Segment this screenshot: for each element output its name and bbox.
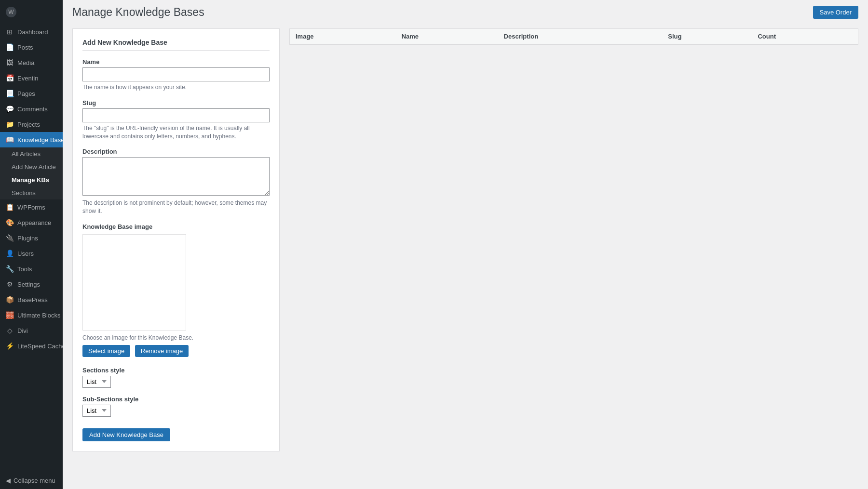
sidebar-item-label: Pages <box>17 90 35 97</box>
col-count: Count <box>752 29 858 44</box>
settings-icon: ⚙ <box>6 280 14 288</box>
sidebar-item-label: Projects <box>17 121 40 128</box>
sidebar-item-wpforms[interactable]: 📋 WPForms <box>0 199 63 215</box>
main-area: Manage Knowledge Bases Save Order Add Ne… <box>63 0 868 489</box>
comments-icon: 💬 <box>6 105 14 113</box>
litespeed-icon: ⚡ <box>6 342 14 350</box>
sidebar-item-ultimate-blocks[interactable]: 🧱 Ultimate Blocks <box>0 307 63 323</box>
sidebar-item-label: Appearance <box>17 219 51 226</box>
add-new-kb-button[interactable]: Add New Knowledge Base <box>82 428 170 441</box>
image-section: Knowledge Base image Choose an image for… <box>82 223 270 357</box>
sidebar-item-label: Divi <box>17 327 28 334</box>
sidebar-item-settings[interactable]: ⚙ Settings <box>0 277 63 292</box>
sections-style-select[interactable]: List <box>82 376 111 388</box>
dashboard-icon: ⊞ <box>6 28 14 36</box>
sidebar-item-label: Ultimate Blocks <box>17 312 61 319</box>
table-header-row: Image Name Description Slug Count <box>290 29 858 44</box>
name-input[interactable] <box>82 67 270 81</box>
collapse-menu[interactable]: ◀ Collapse menu <box>0 472 63 489</box>
sidebar-item-eventin[interactable]: 📅 Eventin <box>0 70 63 86</box>
sidebar-item-label: Settings <box>17 281 40 288</box>
sections-style-group: Sections style List <box>82 367 270 388</box>
sidebar-item-label: Users <box>17 250 34 257</box>
submenu-sections[interactable]: Sections <box>0 186 63 199</box>
image-hint: Choose an image for this Knowledge Base. <box>82 334 270 341</box>
image-placeholder <box>82 234 186 330</box>
description-hint: The description is not prominent by defa… <box>82 199 270 215</box>
page-header: Manage Knowledge Bases Save Order <box>63 0 868 19</box>
eventin-icon: 📅 <box>6 74 14 82</box>
submenu-manage-kbs[interactable]: Manage KBs <box>0 173 63 186</box>
sidebar-item-label: Eventin <box>17 75 38 82</box>
sidebar-item-label: WPForms <box>17 204 45 211</box>
sidebar-item-label: Knowledge Base <box>17 136 63 144</box>
kb-submenu: All Articles Add New Article Manage KBs … <box>0 147 63 199</box>
tools-icon: 🔧 <box>6 265 14 273</box>
posts-icon: 📄 <box>6 43 14 51</box>
plugins-icon: 🔌 <box>6 234 14 242</box>
remove-image-button[interactable]: Remove image <box>135 345 189 357</box>
collapse-label: Collapse menu <box>14 477 55 484</box>
slug-input[interactable] <box>82 108 270 122</box>
col-image: Image <box>290 29 396 44</box>
col-name: Name <box>396 29 498 44</box>
sidebar-item-label: LiteSpeed Cache <box>17 343 63 350</box>
ultimate-blocks-icon: 🧱 <box>6 311 14 319</box>
sidebar-item-pages[interactable]: 📃 Pages <box>0 86 63 101</box>
name-field-group: Name The name is how it appears on your … <box>82 58 270 92</box>
collapse-icon: ◀ <box>6 477 11 484</box>
sidebar-item-tools[interactable]: 🔧 Tools <box>0 261 63 277</box>
description-field-group: Description The description is not promi… <box>82 148 270 215</box>
sidebar-item-label: BasePress <box>17 296 48 304</box>
sidebar-item-basepress[interactable]: 📦 BasePress <box>0 292 63 307</box>
sidebar-item-label: Posts <box>17 44 33 51</box>
wpforms-icon: 📋 <box>6 203 14 211</box>
appearance-icon: 🎨 <box>6 219 14 226</box>
subsections-style-select[interactable]: List <box>82 405 111 417</box>
divi-icon: ◇ <box>6 327 14 334</box>
basepress-icon: 📦 <box>6 296 14 304</box>
sidebar-item-divi[interactable]: ◇ Divi <box>0 323 63 338</box>
image-label: Knowledge Base image <box>82 223 270 230</box>
sidebar-item-projects[interactable]: 📁 Projects <box>0 117 63 132</box>
sidebar-item-label: Dashboard <box>17 28 48 36</box>
description-label: Description <box>82 148 270 155</box>
kb-table: Image Name Description Slug Count <box>290 29 858 44</box>
sidebar-item-appearance[interactable]: 🎨 Appearance <box>0 215 63 230</box>
description-input[interactable] <box>82 157 270 196</box>
page-title: Manage Knowledge Bases <box>72 6 204 19</box>
sidebar-item-media[interactable]: 🖼 Media <box>0 55 63 70</box>
name-label: Name <box>82 58 270 66</box>
sidebar-item-users[interactable]: 👤 Users <box>0 246 63 261</box>
name-hint: The name is how it appears on your site. <box>82 83 270 92</box>
sidebar-item-plugins[interactable]: 🔌 Plugins <box>0 230 63 246</box>
sidebar-item-comments[interactable]: 💬 Comments <box>0 101 63 117</box>
submenu-add-new-article[interactable]: Add New Article <box>0 160 63 173</box>
select-image-button[interactable]: Select image <box>82 345 130 357</box>
add-kb-form-panel: Add New Knowledge Base Name The name is … <box>72 28 280 451</box>
sidebar-item-dashboard[interactable]: ⊞ Dashboard <box>0 24 63 40</box>
wp-icon: W <box>6 7 16 17</box>
slug-field-group: Slug The "slug" is the URL-friendly vers… <box>82 99 270 141</box>
sidebar-logo: W <box>0 0 63 24</box>
content-area: Add New Knowledge Base Name The name is … <box>63 19 868 461</box>
sidebar-item-litespeed-cache[interactable]: ⚡ LiteSpeed Cache <box>0 338 63 354</box>
col-slug: Slug <box>662 29 752 44</box>
kb-table-panel: Image Name Description Slug Count <box>289 28 858 45</box>
sidebar: W ⊞ Dashboard 📄 Posts 🖼 Media 📅 Eventin … <box>0 0 63 489</box>
sections-style-label: Sections style <box>82 367 270 374</box>
users-icon: 👤 <box>6 250 14 257</box>
subsections-style-group: Sub-Sections style List <box>82 396 270 417</box>
subsections-style-label: Sub-Sections style <box>82 396 270 403</box>
sidebar-item-posts[interactable]: 📄 Posts <box>0 40 63 55</box>
projects-icon: 📁 <box>6 120 14 128</box>
save-order-button[interactable]: Save Order <box>813 6 858 19</box>
col-description: Description <box>498 29 663 44</box>
sidebar-item-label: Comments <box>17 106 48 113</box>
submenu-all-articles[interactable]: All Articles <box>0 147 63 160</box>
sidebar-item-knowledge-base[interactable]: 📖 Knowledge Base <box>0 132 63 147</box>
slug-label: Slug <box>82 99 270 106</box>
slug-hint: The "slug" is the URL-friendly version o… <box>82 124 270 141</box>
sidebar-item-label: Plugins <box>17 235 38 242</box>
media-icon: 🖼 <box>6 59 14 66</box>
